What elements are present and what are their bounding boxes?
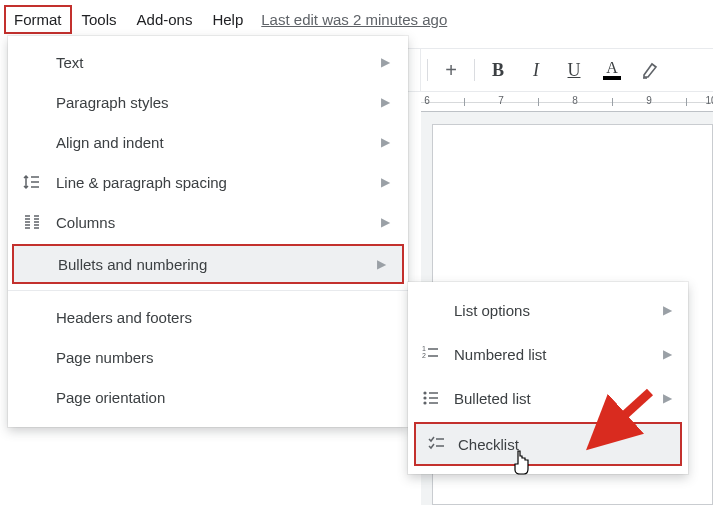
chevron-right-icon: ▶ bbox=[381, 175, 390, 189]
menu-help[interactable]: Help bbox=[202, 5, 253, 34]
menu-item-page-orientation[interactable]: Page orientation bbox=[8, 377, 408, 417]
highlight-button[interactable] bbox=[633, 55, 667, 85]
line-spacing-icon bbox=[8, 173, 56, 191]
chevron-right-icon: ▶ bbox=[377, 257, 386, 271]
submenu-item-list-options[interactable]: List options ▶ bbox=[408, 288, 688, 332]
underline-button[interactable]: U bbox=[557, 55, 591, 85]
menu-item-text[interactable]: Text ▶ bbox=[8, 42, 408, 82]
ruler-tick-label: 10 bbox=[705, 95, 713, 106]
menu-item-page-numbers[interactable]: Page numbers bbox=[8, 337, 408, 377]
svg-point-4 bbox=[423, 401, 426, 404]
ruler-tick-label: 8 bbox=[572, 95, 578, 106]
chevron-right-icon: ▶ bbox=[663, 391, 672, 405]
submenu-item-checklist[interactable]: Checklist bbox=[414, 422, 682, 466]
formatting-toolbar: + B I U A bbox=[421, 48, 713, 92]
chevron-right-icon: ▶ bbox=[381, 95, 390, 109]
svg-point-2 bbox=[423, 391, 426, 394]
last-edit-link[interactable]: Last edit was 2 minutes ago bbox=[261, 11, 447, 28]
zoom-plus-button[interactable]: + bbox=[434, 55, 468, 85]
svg-text:1: 1 bbox=[422, 345, 426, 352]
menubar: Format Tools Add-ons Help Last edit was … bbox=[0, 0, 713, 36]
chevron-right-icon: ▶ bbox=[663, 303, 672, 317]
menu-format[interactable]: Format bbox=[4, 5, 72, 34]
bold-button[interactable]: B bbox=[481, 55, 515, 85]
italic-button[interactable]: I bbox=[519, 55, 553, 85]
menu-item-line-spacing[interactable]: Line & paragraph spacing ▶ bbox=[8, 162, 408, 202]
checklist-icon bbox=[416, 435, 458, 453]
svg-text:2: 2 bbox=[422, 352, 426, 359]
toolbar-sliver bbox=[408, 48, 421, 92]
chevron-right-icon: ▶ bbox=[663, 347, 672, 361]
menu-item-paragraph-styles[interactable]: Paragraph styles ▶ bbox=[8, 82, 408, 122]
svg-point-3 bbox=[423, 396, 426, 399]
ruler-tick-label: 7 bbox=[498, 95, 504, 106]
bulleted-list-icon bbox=[408, 389, 454, 407]
submenu-item-numbered-list[interactable]: 12 Numbered list ▶ bbox=[408, 332, 688, 376]
numbered-list-icon: 12 bbox=[408, 345, 454, 363]
horizontal-ruler[interactable]: 6 7 8 9 10 bbox=[421, 92, 713, 112]
format-dropdown: Text ▶ Paragraph styles ▶ Align and inde… bbox=[8, 36, 408, 427]
menu-separator bbox=[8, 290, 408, 291]
chevron-right-icon: ▶ bbox=[381, 215, 390, 229]
menu-item-headers-footers[interactable]: Headers and footers bbox=[8, 297, 408, 337]
ruler-tick-label: 6 bbox=[424, 95, 430, 106]
toolbar-divider bbox=[427, 59, 428, 81]
menu-item-bullets-numbering[interactable]: Bullets and numbering ▶ bbox=[12, 244, 404, 284]
toolbar-divider bbox=[474, 59, 475, 81]
columns-icon bbox=[8, 213, 56, 231]
menu-item-columns[interactable]: Columns ▶ bbox=[8, 202, 408, 242]
menu-tools[interactable]: Tools bbox=[72, 5, 127, 34]
menu-item-align-indent[interactable]: Align and indent ▶ bbox=[8, 122, 408, 162]
submenu-item-bulleted-list[interactable]: Bulleted list ▶ bbox=[408, 376, 688, 420]
text-color-button[interactable]: A bbox=[595, 55, 629, 85]
bullets-numbering-submenu: List options ▶ 12 Numbered list ▶ Bullet… bbox=[408, 282, 688, 474]
ruler-tick-label: 9 bbox=[646, 95, 652, 106]
chevron-right-icon: ▶ bbox=[381, 135, 390, 149]
chevron-right-icon: ▶ bbox=[381, 55, 390, 69]
menu-addons[interactable]: Add-ons bbox=[127, 5, 203, 34]
